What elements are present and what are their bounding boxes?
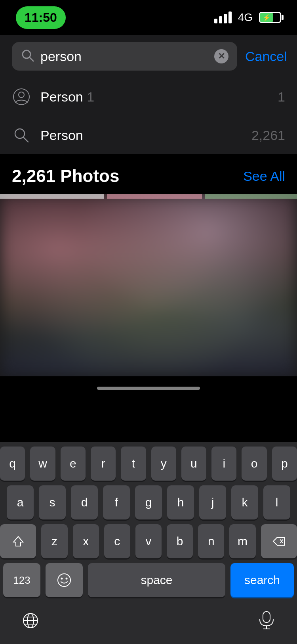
svg-point-9 <box>61 578 63 580</box>
key-j[interactable]: j <box>199 485 226 519</box>
cancel-button[interactable]: Cancel <box>245 49 287 64</box>
search-suggestion-icon <box>12 126 31 145</box>
key-d[interactable]: d <box>71 485 98 519</box>
key-o[interactable]: o <box>242 447 267 481</box>
key-n[interactable]: n <box>198 524 224 558</box>
space-key[interactable]: space <box>88 563 225 597</box>
keyboard: q w e r t y u i o p a s d f g h j k l z … <box>0 442 297 644</box>
battery-icon: ⚡ <box>259 12 281 23</box>
shift-key[interactable] <box>0 524 36 558</box>
clear-button[interactable]: ✕ <box>214 49 228 63</box>
key-i[interactable]: i <box>211 447 236 481</box>
svg-line-1 <box>29 57 33 61</box>
key-e[interactable]: e <box>61 447 86 481</box>
status-right: 4G ⚡ <box>214 11 281 24</box>
photo-blur-background <box>0 194 297 376</box>
key-v[interactable]: v <box>135 524 162 558</box>
svg-point-10 <box>66 578 68 580</box>
signal-bars-icon <box>214 12 232 23</box>
key-g[interactable]: g <box>135 485 162 519</box>
photos-title: 2,261 Photos <box>12 166 119 186</box>
emoji-key[interactable] <box>46 563 83 597</box>
keyboard-row-4: 123 space search <box>0 558 297 604</box>
keyboard-row-3: z x c v b n m <box>0 519 297 558</box>
suggestion-item-person-search[interactable]: Person 2,261 <box>0 116 297 154</box>
signal-bar-2 <box>219 16 222 23</box>
key-s[interactable]: s <box>39 485 66 519</box>
battery-fill: ⚡ <box>260 13 273 22</box>
key-m[interactable]: m <box>229 524 255 558</box>
svg-point-3 <box>19 92 24 98</box>
key-h[interactable]: h <box>167 485 194 519</box>
key-c[interactable]: c <box>104 524 130 558</box>
person-circle-icon <box>12 87 31 106</box>
key-y[interactable]: y <box>151 447 176 481</box>
keyboard-bottom-row <box>0 604 297 644</box>
key-a[interactable]: a <box>7 485 34 519</box>
key-r[interactable]: r <box>91 447 116 481</box>
status-bar: 11:50 4G ⚡ <box>0 0 297 35</box>
keyboard-row-2: a s d f g h j k l <box>0 481 297 519</box>
suggestion-count-person1: 1 <box>278 89 285 105</box>
suggestion-count-person: 2,261 <box>251 128 285 143</box>
network-label: 4G <box>238 11 253 24</box>
key-x[interactable]: x <box>73 524 99 558</box>
key-u[interactable]: u <box>181 447 206 481</box>
status-time: 11:50 <box>16 6 66 29</box>
key-f[interactable]: f <box>103 485 130 519</box>
signal-bar-4 <box>228 12 232 23</box>
key-p[interactable]: p <box>272 447 297 481</box>
suggestion-label-person1: Person 1 <box>40 89 268 105</box>
photo-preview <box>0 194 297 376</box>
photo-strip <box>0 194 297 199</box>
search-input[interactable] <box>40 49 209 64</box>
backspace-key[interactable] <box>261 524 297 558</box>
suggestion-item-person1[interactable]: Person 1 1 <box>0 78 297 116</box>
search-bar-container: ✕ Cancel <box>0 35 297 78</box>
home-indicator <box>0 376 297 400</box>
key-b[interactable]: b <box>167 524 193 558</box>
search-icon <box>21 48 35 64</box>
photos-header: 2,261 Photos See All <box>0 154 297 194</box>
suggestion-label-person: Person <box>40 128 242 143</box>
signal-bar-1 <box>214 19 217 23</box>
see-all-button[interactable]: See All <box>243 169 285 184</box>
globe-key[interactable] <box>12 604 49 638</box>
svg-point-8 <box>58 574 70 586</box>
clear-icon: ✕ <box>218 52 225 61</box>
home-bar <box>97 387 200 390</box>
key-w[interactable]: w <box>30 447 55 481</box>
key-t[interactable]: t <box>121 447 146 481</box>
keyboard-row-1: q w e r t y u i o p <box>0 442 297 481</box>
suggestions-list: Person 1 1 Person 2,261 <box>0 78 297 154</box>
signal-bar-3 <box>224 14 227 23</box>
key-z[interactable]: z <box>41 524 67 558</box>
key-l[interactable]: l <box>263 485 290 519</box>
search-key[interactable]: search <box>230 563 294 597</box>
svg-rect-16 <box>263 611 270 623</box>
numbers-key[interactable]: 123 <box>3 563 40 597</box>
microphone-key[interactable] <box>248 604 285 638</box>
key-q[interactable]: q <box>0 447 25 481</box>
battery-bolt-icon: ⚡ <box>263 14 270 21</box>
search-input-wrapper[interactable]: ✕ <box>12 42 237 71</box>
key-k[interactable]: k <box>231 485 258 519</box>
svg-line-5 <box>23 137 28 142</box>
